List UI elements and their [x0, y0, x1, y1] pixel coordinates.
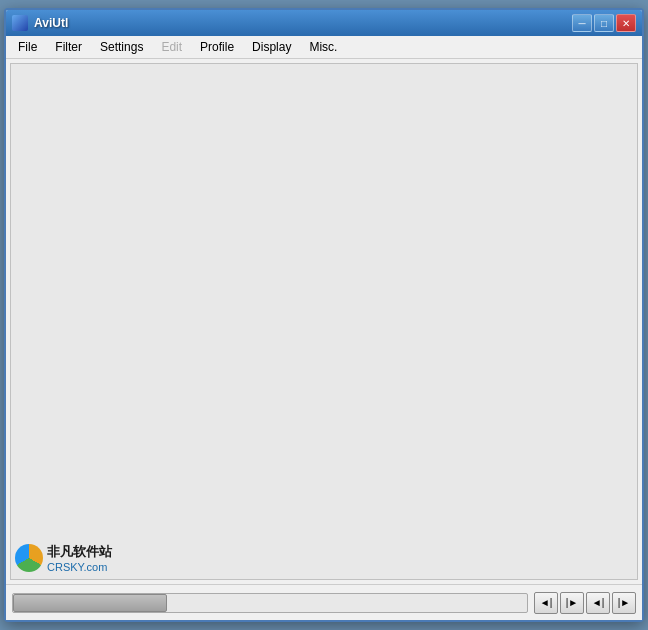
watermark-logo: 非凡软件站 CRSKY.com: [15, 543, 112, 573]
menu-settings[interactable]: Settings: [92, 38, 151, 56]
minimize-button[interactable]: ─: [572, 14, 592, 32]
bottom-bar: ◄| |► ◄| |►: [6, 584, 642, 620]
menu-filter[interactable]: Filter: [47, 38, 90, 56]
menu-display[interactable]: Display: [244, 38, 299, 56]
next-frame-button[interactable]: |►: [560, 592, 584, 614]
logo-circle-icon: [15, 544, 43, 572]
title-bar: AviUtl ─ □ ✕: [6, 10, 642, 36]
next-key-button[interactable]: |►: [612, 592, 636, 614]
scrollbar[interactable]: [12, 593, 528, 613]
window-title: AviUtl: [34, 16, 68, 30]
menu-bar: File Filter Settings Edit Profile Displa…: [6, 36, 642, 59]
scrollbar-thumb[interactable]: [13, 594, 167, 612]
watermark-texts: 非凡软件站 CRSKY.com: [47, 543, 112, 573]
menu-file[interactable]: File: [10, 38, 45, 56]
main-window: AviUtl ─ □ ✕ File Filter Settings Edit P…: [4, 8, 644, 622]
watermark-line2: CRSKY.com: [47, 561, 112, 573]
menu-misc[interactable]: Misc.: [301, 38, 345, 56]
title-bar-left: AviUtl: [12, 15, 68, 31]
watermark: 非凡软件站 CRSKY.com: [11, 539, 121, 579]
content-area: 非凡软件站 CRSKY.com: [10, 63, 638, 580]
transport-controls: ◄| |► ◄| |►: [534, 592, 636, 614]
maximize-button[interactable]: □: [594, 14, 614, 32]
menu-profile[interactable]: Profile: [192, 38, 242, 56]
menu-edit: Edit: [153, 38, 190, 56]
app-icon: [12, 15, 28, 31]
title-controls: ─ □ ✕: [572, 14, 636, 32]
prev-frame-button[interactable]: ◄|: [534, 592, 558, 614]
prev-key-button[interactable]: ◄|: [586, 592, 610, 614]
close-button[interactable]: ✕: [616, 14, 636, 32]
watermark-line1: 非凡软件站: [47, 543, 112, 561]
